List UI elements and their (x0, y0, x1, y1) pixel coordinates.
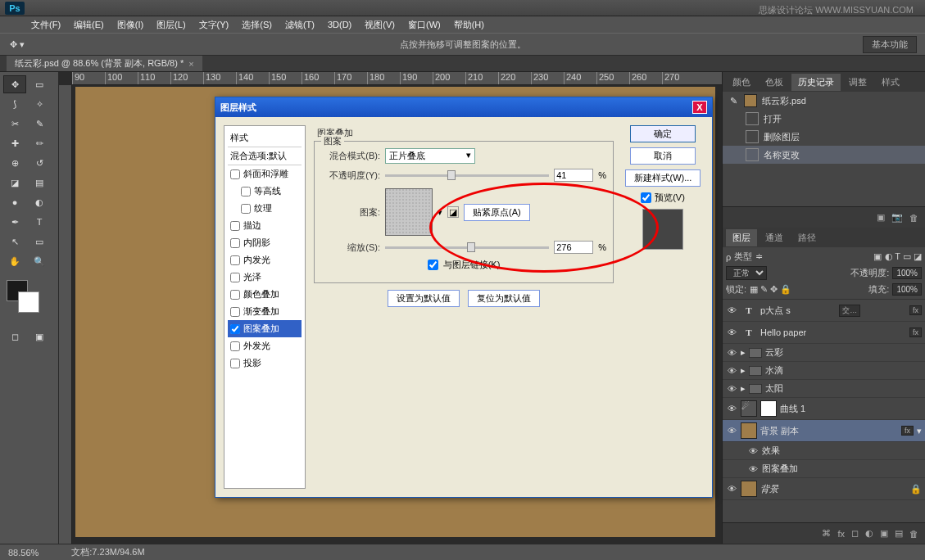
type-tool[interactable]: T (28, 213, 51, 231)
expand-icon[interactable]: ▸ (741, 365, 746, 376)
style-satin[interactable]: 光泽 (228, 269, 302, 286)
visibility-icon[interactable]: 👁 (726, 365, 737, 377)
visibility-icon[interactable]: 👁 (726, 483, 737, 495)
close-tab-icon[interactable]: × (188, 59, 193, 69)
hand-tool[interactable]: ✋ (3, 252, 26, 270)
stamp-tool[interactable]: ⊕ (3, 154, 26, 172)
styles-header[interactable]: 样式 (228, 129, 302, 147)
history-brush-tool[interactable]: ↺ (28, 154, 51, 172)
layer-item[interactable]: 👁▸太阳 (723, 380, 925, 398)
link-checkbox[interactable] (428, 260, 438, 270)
new-style-button[interactable]: 新建样式(W)... (625, 169, 701, 187)
tab-adjustments[interactable]: 调整 (842, 74, 873, 91)
new-preset-icon[interactable]: ◪ (447, 206, 459, 218)
visibility-icon[interactable]: 👁 (747, 463, 759, 475)
pattern-swatch[interactable] (385, 188, 433, 236)
opacity-slider[interactable] (385, 174, 549, 177)
blur-tool[interactable]: ● (3, 193, 26, 211)
shape-tool[interactable]: ▭ (28, 233, 51, 251)
cancel-button[interactable]: 取消 (630, 147, 696, 165)
layer-item[interactable]: 👁THello paperfx (723, 322, 925, 344)
blending-options[interactable]: 混合选项:默认 (228, 147, 302, 165)
scale-input[interactable] (554, 241, 593, 254)
blend-mode-select[interactable]: 正常 (726, 266, 767, 280)
collapse-icon[interactable]: ▾ (917, 426, 922, 436)
zoom-tool[interactable]: 🔍 (28, 252, 51, 270)
layer-item[interactable]: 👁▸云彩 (723, 344, 925, 362)
color-swatches[interactable] (3, 280, 55, 321)
tab-styles[interactable]: 样式 (875, 74, 906, 91)
camera-icon[interactable]: ▣ (877, 212, 885, 223)
ok-button[interactable]: 确定 (630, 125, 696, 142)
lasso-tool[interactable]: ⟆ (3, 95, 26, 113)
menu-file[interactable]: 文件(F) (25, 17, 67, 33)
quickmask-tool[interactable]: ◻ (3, 327, 26, 345)
tab-history[interactable]: 历史记录 (791, 74, 841, 91)
menu-filter[interactable]: 滤镜(T) (279, 17, 321, 33)
visibility-icon[interactable]: 👁 (726, 327, 737, 338)
screen-mode-tool[interactable]: ▣ (28, 327, 51, 345)
history-item[interactable]: 名称更改 (723, 146, 925, 164)
layer-item[interactable]: 👁Tp大点 s交…fx (723, 300, 925, 322)
eyedropper-tool[interactable]: ✎ (28, 115, 51, 133)
layer-effect[interactable]: 👁效果 (723, 442, 925, 460)
group-icon[interactable]: ▣ (880, 528, 888, 539)
filter-icons[interactable]: ▣ ◐ T ▭ ◪ (873, 251, 922, 262)
layer-item[interactable]: 👁背景 副本fx▾ (723, 420, 925, 442)
opacity-input[interactable] (554, 169, 593, 182)
style-outerglow[interactable]: 外发光 (228, 337, 302, 355)
style-texture[interactable]: 纹理 (228, 200, 302, 217)
style-dropshadow[interactable]: 投影 (228, 355, 302, 372)
snap-origin-button[interactable]: 贴紧原点(A) (464, 204, 530, 221)
layer-item[interactable]: 👁背景🔒 (723, 478, 925, 500)
mask-icon[interactable]: ◻ (851, 528, 859, 539)
style-innerglow[interactable]: 内发光 (228, 251, 302, 269)
pen-tool[interactable]: ✒ (3, 213, 26, 231)
tab-swatches[interactable]: 色板 (759, 74, 790, 91)
menu-help[interactable]: 帮助(H) (447, 17, 491, 33)
style-gradientoverlay[interactable]: 渐变叠加 (228, 303, 302, 320)
eraser-tool[interactable]: ◪ (3, 174, 26, 192)
history-snapshot[interactable]: ✎ 纸云彩.psd (723, 92, 925, 110)
tab-color[interactable]: 颜色 (726, 74, 757, 91)
preview-checkbox[interactable] (641, 192, 651, 203)
close-icon[interactable]: X (692, 101, 707, 114)
style-bevel[interactable]: 斜面和浮雕 (228, 165, 302, 183)
tab-layers[interactable]: 图层 (726, 229, 757, 246)
gradient-tool[interactable]: ▤ (28, 174, 51, 192)
dialog-titlebar[interactable]: 图层样式 X (215, 97, 712, 117)
trash-icon[interactable]: 🗑 (909, 213, 918, 223)
menu-3d[interactable]: 3D(D) (321, 18, 358, 31)
visibility-icon[interactable]: 👁 (726, 403, 737, 414)
marquee-tool[interactable]: ▭ (28, 75, 51, 93)
new-snapshot-icon[interactable]: 📷 (891, 212, 903, 223)
heal-tool[interactable]: ✚ (3, 134, 26, 152)
opacity-input[interactable]: 100% (892, 267, 922, 279)
style-patternoverlay[interactable]: 图案叠加 (228, 320, 302, 337)
history-item[interactable]: 打开 (723, 110, 925, 128)
fx-icon[interactable]: fx (837, 529, 845, 539)
layer-item[interactable]: 👁☄曲线 1 (723, 398, 925, 420)
make-default-button[interactable]: 设置为默认值 (388, 290, 460, 307)
visibility-icon[interactable]: 👁 (726, 425, 737, 436)
menu-view[interactable]: 视图(V) (358, 17, 401, 33)
style-stroke[interactable]: 描边 (228, 217, 302, 234)
style-contour[interactable]: 等高线 (228, 183, 302, 200)
document-tab[interactable]: 纸云彩.psd @ 88.6% (背景 副本, RGB/8) * × (7, 56, 202, 71)
zoom-level[interactable]: 88.56% (8, 548, 39, 558)
delete-icon[interactable]: 🗑 (909, 529, 918, 539)
visibility-icon[interactable]: 👁 (726, 347, 737, 359)
tab-channels[interactable]: 通道 (759, 229, 790, 246)
blend-mode-combo[interactable]: 正片叠底▾ (385, 148, 475, 164)
doc-info[interactable]: 文档:7.23M/94.6M (71, 546, 144, 558)
dodge-tool[interactable]: ◐ (28, 193, 51, 211)
path-select-tool[interactable]: ↖ (3, 233, 26, 251)
style-coloroverlay[interactable]: 颜色叠加 (228, 286, 302, 303)
tab-paths[interactable]: 路径 (791, 229, 823, 246)
visibility-icon[interactable]: 👁 (747, 445, 759, 457)
wand-tool[interactable]: ✧ (28, 95, 51, 113)
visibility-icon[interactable]: 👁 (726, 383, 737, 395)
lock-icons[interactable]: ▦ ✎ ✥ 🔒 (750, 284, 791, 295)
style-innershadow[interactable]: 内阴影 (228, 234, 302, 251)
chevron-down-icon[interactable]: ▾ (438, 207, 442, 218)
